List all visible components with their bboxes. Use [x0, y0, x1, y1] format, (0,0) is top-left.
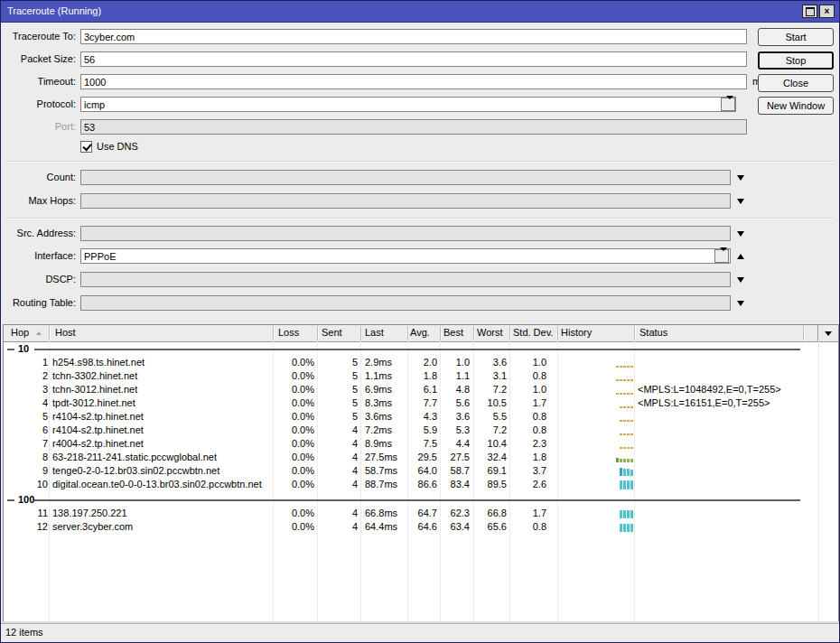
col-best[interactable]: Best [443, 325, 463, 340]
interface-input[interactable] [80, 248, 731, 264]
traceroute-to-label: Traceroute To: [1, 29, 76, 44]
table-row[interactable]: 3tchn-3012.hinet.net0.0%56.9ms6.14.87.21… [5, 383, 837, 396]
history-sparkline [558, 369, 636, 383]
table-row[interactable]: 6r4104-s2.tp.hinet.net0.0%47.2ms5.95.37.… [5, 424, 837, 437]
table-row[interactable]: 9tenge0-2-0-12.br03.sin02.pccwbtn.net0.0… [5, 464, 837, 478]
latency-group-row: 100 [5, 493, 837, 507]
history-sparkline [558, 520, 636, 534]
table-row[interactable]: 1h254.s98.ts.hinet.net0.0%52.9ms2.01.03.… [5, 356, 837, 369]
dropdown-icon [718, 251, 725, 262]
item-count: 12 items [5, 624, 43, 641]
history-sparkline [558, 507, 636, 520]
protocol-dropdown-button[interactable] [721, 98, 735, 111]
col-hop[interactable]: Hop [11, 325, 29, 340]
status-bar: 12 items [1, 623, 839, 642]
dscp-input[interactable] [80, 272, 731, 287]
routing-table-expand-icon[interactable] [737, 301, 744, 306]
chevron-down-icon [825, 331, 832, 336]
table-row[interactable]: 12server.3cyber.com0.0%464.4ms64.663.465… [5, 520, 837, 534]
src-address-input[interactable] [80, 226, 731, 241]
table-row[interactable]: 10digital.ocean.te0-0-0-13.br03.sin02.pc… [5, 478, 837, 491]
close-icon: × [825, 7, 830, 16]
routing-table-input[interactable] [80, 295, 731, 311]
count-input[interactable] [80, 170, 731, 185]
interface-collapse-icon[interactable] [737, 254, 744, 259]
port-input [80, 119, 747, 135]
col-host[interactable]: Host [55, 325, 76, 340]
history-sparkline [558, 424, 636, 437]
count-label: Count: [1, 170, 76, 185]
max-hops-input[interactable] [80, 193, 731, 209]
packet-size-input[interactable] [80, 51, 747, 67]
timeout-input[interactable] [80, 74, 747, 89]
table-row[interactable]: 4tpdt-3012.hinet.net0.0%58.3ms7.75.610.5… [5, 396, 837, 410]
history-sparkline [558, 464, 636, 478]
section-divider [6, 218, 834, 219]
dscp-label: DSCP: [1, 272, 76, 287]
table-row[interactable]: 5r4104-s2.tp.hinet.net0.0%53.6ms4.33.65.… [5, 410, 837, 424]
checkmark-icon [82, 142, 91, 152]
dscp-expand-icon[interactable] [737, 277, 744, 283]
latency-group-row: 10 [5, 342, 837, 356]
col-last[interactable]: Last [365, 325, 384, 340]
table-row[interactable]: 11138.197.250.2210.0%466.8ms64.762.366.8… [5, 507, 837, 520]
history-sparkline [558, 437, 636, 451]
window-title: Traceroute (Running) [7, 1, 101, 22]
max-hops-label: Max Hops: [1, 193, 76, 209]
packet-size-label: Packet Size: [1, 51, 76, 67]
table-row[interactable]: 2tchn-3302.hinet.net0.0%51.1ms1.81.13.10… [5, 369, 837, 383]
interface-dropdown-button[interactable] [714, 249, 729, 263]
protocol-input[interactable] [80, 97, 736, 112]
maximize-icon [806, 7, 815, 16]
history-sparkline [558, 396, 636, 410]
col-stddev[interactable]: Std. Dev. [513, 325, 553, 340]
src-address-expand-icon[interactable] [737, 231, 744, 237]
column-selector-button[interactable] [817, 325, 838, 341]
history-sparkline [558, 356, 636, 369]
titlebar[interactable]: Traceroute (Running) × [1, 1, 839, 23]
timeout-label: Timeout: [1, 74, 76, 89]
group-label: 10 [18, 342, 29, 356]
history-sparkline [558, 383, 636, 396]
table-header: Hop Host Loss Sent Last Avg. Best Worst … [4, 325, 838, 342]
group-label: 100 [18, 493, 34, 507]
use-dns-checkbox[interactable] [80, 141, 92, 153]
col-history[interactable]: History [561, 325, 592, 340]
src-address-label: Src. Address: [1, 226, 76, 241]
history-sparkline [558, 410, 636, 424]
stop-button[interactable]: Stop [758, 51, 834, 70]
traceroute-table: Hop Host Loss Sent Last Avg. Best Worst … [3, 324, 839, 623]
col-status[interactable]: Status [639, 325, 667, 340]
sort-ascending-icon [36, 331, 42, 335]
count-expand-icon[interactable] [737, 175, 744, 181]
use-dns-label: Use DNS [97, 141, 138, 153]
section-divider [6, 161, 834, 162]
col-worst[interactable]: Worst [477, 325, 503, 340]
routing-table-label: Routing Table: [1, 295, 76, 311]
table-row[interactable]: 7r4004-s2.tp.hinet.net0.0%48.9ms7.54.410… [5, 437, 837, 451]
col-avg[interactable]: Avg. [410, 325, 430, 340]
traceroute-to-input[interactable] [80, 29, 747, 44]
maximize-button[interactable] [802, 5, 817, 18]
traceroute-window: Traceroute (Running) × Traceroute To: Pa… [0, 0, 840, 643]
close-button[interactable]: × [819, 5, 835, 18]
max-hops-expand-icon[interactable] [737, 199, 744, 204]
new-window-button[interactable]: New Window [758, 97, 834, 115]
col-sent[interactable]: Sent [322, 325, 342, 340]
dropdown-icon [724, 99, 732, 110]
start-button[interactable]: Start [758, 28, 834, 46]
table-row[interactable]: 863-218-211-241.static.pccwglobal.net0.0… [5, 451, 837, 464]
interface-label: Interface: [1, 248, 76, 264]
protocol-label: Protocol: [1, 97, 76, 112]
history-sparkline [558, 451, 636, 464]
port-label: Port: [1, 119, 76, 135]
col-loss[interactable]: Loss [278, 325, 299, 340]
history-sparkline [558, 478, 636, 491]
close-window-button[interactable]: Close [758, 74, 834, 92]
